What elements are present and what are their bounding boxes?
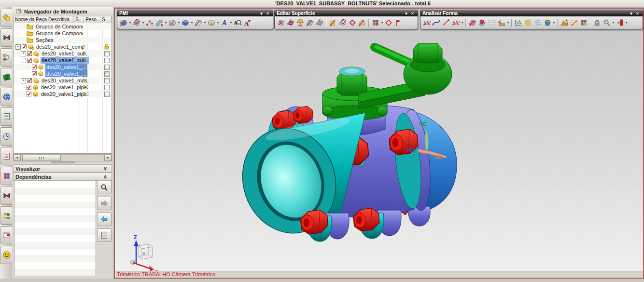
tree-expand-toggle[interactable]: + <box>21 78 26 83</box>
toolbar-options-icon[interactable]: ▾ <box>628 11 634 16</box>
reference-set-checkbox[interactable] <box>103 65 110 70</box>
graphics-viewport[interactable]: YC ZC XC Z X PMI ▾ × >▾▾▾>▾▾▾▾A▾AA Edita… <box>114 8 644 279</box>
close-icon[interactable]: × <box>409 11 416 16</box>
scrollbar-thumb[interactable] <box>22 155 61 161</box>
pmi-text-icon[interactable]: A <box>220 18 229 27</box>
toolbar-titlebar[interactable]: Analisar Forma ▾ × <box>420 10 643 16</box>
tree-item-label[interactable]: Grupos de Componentes ... <box>35 23 83 30</box>
trim-sheet-icon[interactable] <box>305 18 315 27</box>
checkbox-icon[interactable] <box>22 44 27 49</box>
pmi-datum-plane-icon[interactable] <box>132 18 141 27</box>
point-cloud-icon[interactable] <box>514 18 523 27</box>
deform-flag-icon[interactable] <box>393 18 403 27</box>
dropdown-arrow-icon[interactable]: ▾ <box>229 21 233 25</box>
tree-row[interactable]: −des20_valve1_complet...? <box>14 43 112 50</box>
section-dependencias[interactable]: Dependências ∧ <box>13 173 112 181</box>
pmi-centerline-icon[interactable]: > <box>168 18 177 27</box>
law-extension-icon[interactable] <box>295 18 305 27</box>
tree-item-label[interactable]: des20_valve1_complet... <box>35 43 84 50</box>
section-visualizar[interactable]: Visualizar ∨ <box>13 164 112 173</box>
dependencies-search-button[interactable] <box>97 181 112 194</box>
constraint-navigator-tab[interactable] <box>0 28 13 47</box>
close-icon[interactable]: × <box>634 11 641 16</box>
chevron-up-icon[interactable]: ∧ <box>101 173 110 180</box>
load-status-icon[interactable]: ? <box>81 57 87 64</box>
constraint-tools-tab[interactable] <box>0 187 13 205</box>
load-status-icon[interactable]: ? <box>81 84 87 91</box>
scroll-left-button[interactable]: ◂ <box>14 155 21 161</box>
reference-set-checkbox[interactable] <box>103 71 110 77</box>
tree-item-label[interactable]: Grupos de Componentes ... <box>35 30 83 37</box>
grid-surface-icon[interactable] <box>384 18 393 27</box>
tree-horizontal-scrollbar[interactable]: ◂ ▸ <box>13 154 112 161</box>
deviation-comb-icon[interactable] <box>422 18 432 27</box>
tree-row[interactable]: des20_valve1_...? <box>14 70 112 77</box>
curvature-graph-icon[interactable] <box>432 18 441 27</box>
dependencies-list[interactable] <box>14 181 96 276</box>
checkbox-icon[interactable] <box>27 51 32 56</box>
dropdown-arrow-icon[interactable]: ▾ <box>177 21 181 25</box>
tree-row[interactable]: +des20_valve1_sub...? <box>14 50 112 57</box>
dropdown-arrow-icon[interactable]: ▾ <box>625 21 628 25</box>
untrim-icon[interactable] <box>315 18 324 27</box>
roles-tab[interactable] <box>0 206 13 225</box>
reference-set-checkbox[interactable] <box>103 51 110 56</box>
checkbox-icon[interactable] <box>27 92 31 96</box>
load-status-icon[interactable]: ? <box>81 70 87 77</box>
tree-column-headers[interactable]: Nome da Peça DescritivaS.Peso...S. <box>13 16 112 24</box>
load-status-icon[interactable]: ? <box>81 64 87 70</box>
toolbar-titlebar[interactable]: PMI ▾ × <box>117 10 273 16</box>
column-header[interactable]: Nome da Peça Descritiva <box>14 16 74 23</box>
window-flag-tab[interactable] <box>0 226 13 244</box>
tree-row[interactable]: −des20_valve1_sub...? <box>14 57 112 64</box>
tree-expand-toggle[interactable]: − <box>15 44 21 50</box>
palette-tab[interactable] <box>0 167 13 185</box>
load-status-icon[interactable]: ? <box>81 91 87 97</box>
checklist-tab[interactable] <box>0 147 13 165</box>
pmi-note-icon[interactable] <box>194 18 203 27</box>
tree-row[interactable]: Grupos de Componentes ... <box>14 23 112 30</box>
checkbox-icon[interactable] <box>27 78 32 83</box>
dependencies-forward-button[interactable] <box>97 197 112 210</box>
reference-set-checkbox[interactable] <box>103 85 110 90</box>
pmi-text-edit-icon[interactable]: A <box>242 18 252 27</box>
3d-model-valve-assembly[interactable]: YC ZC XC Z X <box>115 9 643 278</box>
shade-analysis-icon[interactable] <box>371 18 380 27</box>
history-document-tab[interactable] <box>0 107 13 126</box>
dependencies-back-button[interactable] <box>97 213 112 226</box>
tree-row[interactable]: +des20_valve1_mas...? <box>14 77 112 84</box>
dropdown-arrow-icon[interactable]: ▾ <box>461 21 464 25</box>
pmi-fold-view-icon[interactable] <box>207 18 216 27</box>
tree-row[interactable]: des20_valve1_pipe2? <box>14 84 112 91</box>
assembly-navigator-tab[interactable] <box>0 9 13 27</box>
dropdown-arrow-icon[interactable]: ▾ <box>506 21 510 25</box>
reflection-sheet-icon[interactable] <box>468 18 477 27</box>
gradient-mount-icon[interactable] <box>560 18 569 27</box>
dropdown-arrow-icon[interactable]: ▾ <box>128 21 132 25</box>
reference-set-checkbox[interactable] <box>103 92 110 97</box>
checkbox-icon[interactable] <box>27 58 32 63</box>
part-navigator-tab[interactable] <box>0 48 13 67</box>
tree-row[interactable]: Seções <box>14 37 112 43</box>
column-header[interactable]: Peso... <box>84 16 100 23</box>
export-report-icon[interactable] <box>615 18 625 27</box>
edit-surface-x-icon[interactable] <box>276 18 286 27</box>
dropdown-arrow-icon[interactable]: ▾ <box>203 21 207 25</box>
load-status-icon[interactable]: ? <box>81 43 87 50</box>
curvature-comb-icon[interactable] <box>451 18 461 27</box>
ribs-blue-icon[interactable] <box>533 18 543 27</box>
dropdown-arrow-icon[interactable]: ▾ <box>612 21 615 25</box>
snip-surface-icon[interactable] <box>328 18 338 27</box>
ghost-display-icon[interactable] <box>592 18 602 27</box>
tree-row[interactable]: des20_valve1_...? <box>14 64 112 70</box>
quilt-analysis-icon[interactable] <box>569 18 579 27</box>
reuse-library-tab[interactable] <box>0 68 13 86</box>
measure-z-icon[interactable]: Z <box>497 18 506 27</box>
zoom-check-icon[interactable]: >+ <box>602 18 612 27</box>
line-analysis-icon[interactable] <box>441 18 451 27</box>
checker-analysis-icon[interactable] <box>579 18 588 27</box>
tree-row[interactable]: des20_valve1_pipe1? <box>14 91 112 97</box>
column-header[interactable]: S. <box>74 16 84 23</box>
tree-row[interactable]: Grupos de Componentes ... <box>14 30 112 37</box>
pmi-fcf-icon[interactable] <box>154 18 164 27</box>
